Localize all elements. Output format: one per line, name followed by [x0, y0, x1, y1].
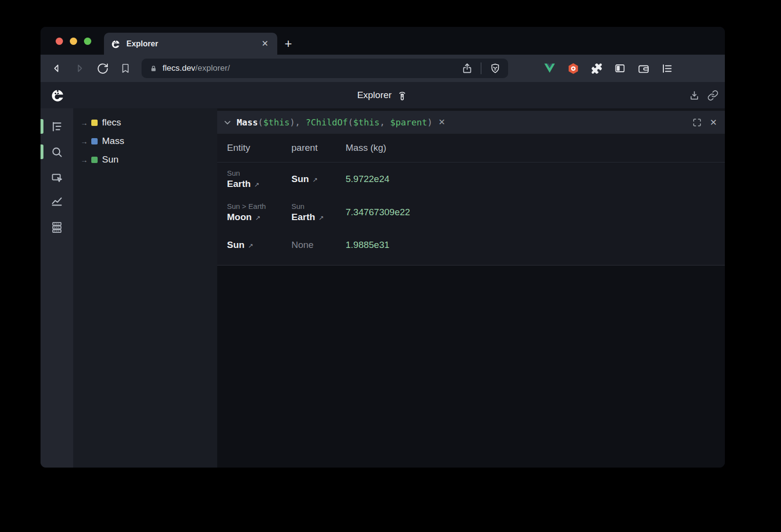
url-bar[interactable]: flecs.dev/explorer/ — [142, 59, 508, 78]
parent-cell: Sun↗ — [291, 174, 346, 184]
browser-window: Explorer ✕ + flecs.dev/exp — [41, 27, 725, 468]
tab-title: Explorer — [126, 40, 260, 48]
chart-icon[interactable] — [50, 195, 63, 208]
zoom-window-button[interactable] — [84, 38, 91, 45]
remote-connection-icon[interactable] — [396, 89, 408, 101]
parent-cell: None — [291, 240, 346, 250]
tab-close-button[interactable]: ✕ — [260, 38, 270, 50]
tree-view-icon[interactable] — [50, 120, 63, 133]
page-title: Explorer — [357, 90, 392, 101]
query-token: ( — [348, 117, 353, 127]
expand-arrow-icon[interactable]: → — [81, 156, 91, 164]
mass-value: 1.9885e31 — [346, 240, 390, 250]
query-token: ( — [258, 117, 263, 127]
column-header-entity: Entity — [217, 143, 291, 153]
parent-link[interactable]: Sun↗ — [291, 174, 346, 184]
tree-item-label: Mass — [102, 136, 124, 146]
entity-cell: Sun↗ — [217, 240, 291, 250]
window-controls — [56, 38, 91, 45]
fullscreen-icon[interactable] — [692, 117, 702, 128]
entity-cell: Sun Earth↗ — [217, 169, 291, 189]
flecs-favicon — [111, 39, 121, 49]
parent-cell: Sun Earth↗ — [291, 202, 346, 223]
parent-link[interactable]: Earth↗ — [291, 212, 346, 223]
browser-tab-explorer[interactable]: Explorer ✕ — [104, 33, 277, 55]
lock-icon — [149, 64, 158, 73]
app-title-group: Explorer — [41, 89, 725, 101]
stats-icon[interactable] — [50, 221, 63, 234]
mass-value: 7.34767309e22 — [346, 207, 410, 217]
mass-value: 5.9722e24 — [346, 174, 390, 184]
external-link-icon: ↗ — [248, 242, 253, 249]
mass-cell: 7.34767309e22 — [346, 207, 725, 218]
query-expression[interactable]: Mass($this), ?ChildOf($this, $parent) — [237, 117, 432, 127]
entity-cell: Sun > Earth Moon↗ — [217, 202, 291, 223]
back-button[interactable] — [48, 60, 65, 77]
column-header-parent: parent — [291, 143, 346, 153]
close-window-button[interactable] — [56, 38, 63, 45]
active-indicator-search — [41, 144, 43, 159]
forward-button[interactable] — [71, 60, 88, 77]
reload-button[interactable] — [94, 60, 111, 77]
tree-item-label: Sun — [102, 154, 119, 165]
table-row: Sun > Earth Moon↗ Sun Earth↗ 7.34767309e… — [217, 195, 725, 229]
entity-name: Sun — [227, 240, 245, 250]
column-header-mass: Mass (kg) — [346, 143, 725, 153]
active-indicator-tree — [41, 119, 43, 134]
brave-shield-icon[interactable] — [489, 62, 501, 75]
entity-link[interactable]: Moon↗ — [227, 212, 291, 223]
chevron-down-icon[interactable] — [222, 117, 233, 128]
query-token: ) — [289, 117, 295, 127]
expand-arrow-icon[interactable]: → — [81, 119, 91, 127]
entity-tree-panel: → flecs → Mass → Sun — [73, 108, 217, 468]
entity-path: Sun > Earth — [227, 202, 291, 210]
new-tab-button[interactable]: + — [285, 34, 292, 53]
query-token: $parent — [385, 117, 428, 127]
external-link-icon: ↗ — [319, 214, 324, 222]
entity-link[interactable]: Sun↗ — [227, 240, 291, 250]
table-row: Sun↗ None 1.9885e31 — [217, 229, 725, 260]
entity-color-chip — [91, 120, 98, 126]
wallet-icon[interactable] — [636, 61, 651, 76]
app-header: Explorer — [41, 82, 725, 108]
inspector-icon[interactable] — [50, 171, 63, 184]
entity-color-chip — [91, 157, 98, 163]
browser-toolbar: flecs.dev/explorer/ — [41, 55, 725, 82]
menu-icon[interactable] — [659, 61, 674, 76]
query-token: Mass — [237, 117, 258, 127]
screen: Explorer ✕ + flecs.dev/exp — [0, 0, 781, 532]
icon-sidebar — [41, 108, 73, 468]
parent-none: None — [291, 240, 346, 250]
mass-cell: 1.9885e31 — [346, 240, 725, 250]
url-separator — [481, 62, 481, 74]
query-token: , — [295, 117, 306, 127]
tree-item-mass[interactable]: → Mass — [73, 132, 217, 150]
expand-arrow-icon[interactable]: → — [81, 137, 91, 145]
query-token: $this — [353, 117, 379, 127]
external-link-icon: ↗ — [255, 214, 261, 222]
bookmark-icon[interactable] — [117, 60, 134, 77]
query-header-actions: ✕ — [692, 117, 717, 128]
query-token: , — [380, 117, 385, 127]
extensions-puzzle-icon[interactable] — [589, 61, 604, 76]
query-panel: Mass($this), ?ChildOf($this, $parent) ✕ … — [217, 108, 725, 468]
query-clear-icon[interactable]: ✕ — [438, 117, 445, 127]
share-icon[interactable] — [461, 62, 473, 74]
tree-item-flecs[interactable]: → flecs — [73, 113, 217, 132]
entity-path: Sun — [227, 169, 291, 177]
tree-item-sun[interactable]: → Sun — [73, 150, 217, 169]
search-icon[interactable] — [50, 145, 63, 159]
browser-tab-bar: Explorer ✕ + — [41, 27, 725, 55]
parent-path: Sun — [291, 202, 346, 210]
panel-close-icon[interactable]: ✕ — [710, 117, 717, 128]
entity-color-chip — [91, 138, 98, 144]
parent-name: Earth — [291, 212, 315, 222]
query-token: ) — [427, 117, 432, 127]
sidebar-toggle-icon[interactable] — [613, 61, 627, 76]
vue-devtools-icon[interactable] — [542, 61, 557, 76]
minimize-window-button[interactable] — [70, 38, 77, 45]
mass-cell: 5.9722e24 — [346, 174, 725, 184]
entity-link[interactable]: Earth↗ — [227, 179, 291, 189]
hexagon-extension-icon[interactable] — [566, 61, 580, 76]
entity-name: Moon — [227, 212, 252, 222]
